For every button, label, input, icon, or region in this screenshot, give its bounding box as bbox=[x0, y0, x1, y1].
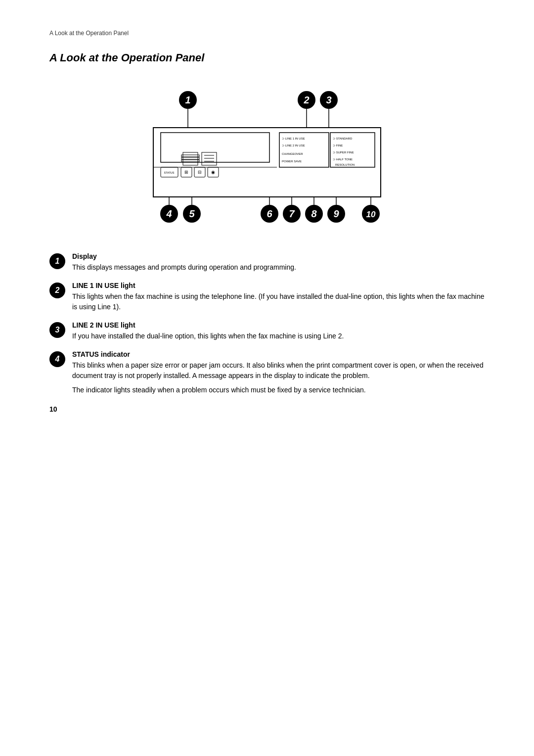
svg-text:3: 3 bbox=[326, 94, 331, 105]
svg-text:⊟: ⊟ bbox=[198, 170, 202, 175]
item-content-4: STATUS indicator This blinks when a pape… bbox=[72, 350, 485, 395]
svg-rect-33 bbox=[181, 160, 199, 162]
svg-text:STATUS: STATUS bbox=[164, 171, 175, 174]
item-desc-3: If you have installed the dual-line opti… bbox=[72, 331, 485, 341]
svg-text:⊃ FINE: ⊃ FINE bbox=[333, 144, 343, 147]
svg-text:⊃ SUPER FINE: ⊃ SUPER FINE bbox=[333, 151, 354, 154]
item-badge-2: 2 bbox=[49, 283, 65, 298]
diagram-container: 1 2 3 ⊃ LINE 1 IN USE ⊃ LINE 2 IN USE CH… bbox=[49, 79, 485, 237]
list-item: 1 Display This displays messages and pro… bbox=[49, 252, 485, 273]
svg-rect-31 bbox=[181, 155, 199, 157]
item-desc-4a: This blinks when a paper size error or p… bbox=[72, 360, 485, 381]
svg-rect-34 bbox=[202, 152, 217, 165]
svg-text:⊞: ⊞ bbox=[184, 170, 188, 175]
list-item: 3 LINE 2 IN USE light If you have instal… bbox=[49, 321, 485, 341]
svg-text:CHANGEOVER: CHANGEOVER bbox=[282, 152, 303, 155]
list-item: 2 LINE 1 IN USE light This lights when t… bbox=[49, 282, 485, 312]
svg-text:◉: ◉ bbox=[211, 170, 215, 175]
item-title-3: LINE 2 IN USE light bbox=[72, 321, 485, 329]
item-desc-2: This lights when the fax machine is usin… bbox=[72, 291, 485, 312]
item-desc-1: This displays messages and prompts durin… bbox=[72, 262, 485, 273]
svg-text:7: 7 bbox=[289, 208, 295, 219]
item-title-1: Display bbox=[72, 252, 485, 260]
svg-text:8: 8 bbox=[311, 208, 317, 219]
item-badge-4: 4 bbox=[49, 351, 65, 367]
svg-text:⊃ HALF TONE: ⊃ HALF TONE bbox=[333, 158, 353, 161]
list-item: 4 STATUS indicator This blinks when a pa… bbox=[49, 350, 485, 395]
item-list: 1 Display This displays messages and pro… bbox=[49, 252, 485, 395]
svg-text:⊃ LINE 1 IN USE: ⊃ LINE 1 IN USE bbox=[282, 137, 305, 140]
page-title: A Look at the Operation Panel bbox=[49, 51, 485, 64]
svg-text:6: 6 bbox=[267, 208, 272, 219]
svg-text:POWER SAVE: POWER SAVE bbox=[282, 160, 302, 163]
item-badge-1: 1 bbox=[49, 253, 65, 269]
svg-text:5: 5 bbox=[189, 208, 195, 219]
item-badge-3: 3 bbox=[49, 322, 65, 338]
item-title-4: STATUS indicator bbox=[72, 350, 485, 358]
item-desc-4b: The indicator lights steadily when a pro… bbox=[72, 385, 485, 395]
svg-rect-32 bbox=[181, 157, 199, 159]
svg-text:4: 4 bbox=[166, 208, 172, 219]
svg-text:1: 1 bbox=[185, 94, 190, 105]
svg-text:2: 2 bbox=[303, 94, 309, 105]
page-number: 10 bbox=[49, 405, 485, 413]
operation-panel-diagram: 1 2 3 ⊃ LINE 1 IN USE ⊃ LINE 2 IN USE CH… bbox=[124, 79, 410, 237]
svg-text:RESOLUTION: RESOLUTION bbox=[335, 163, 355, 166]
item-title-2: LINE 1 IN USE light bbox=[72, 282, 485, 289]
svg-text:⊃ LINE 2 IN USE: ⊃ LINE 2 IN USE bbox=[282, 144, 305, 147]
item-content-1: Display This displays messages and promp… bbox=[72, 252, 485, 273]
item-content-3: LINE 2 IN USE light If you have installe… bbox=[72, 321, 485, 341]
item-content-2: LINE 1 IN USE light This lights when the… bbox=[72, 282, 485, 312]
svg-rect-30 bbox=[183, 152, 198, 165]
svg-text:10: 10 bbox=[366, 210, 376, 219]
breadcrumb: A Look at the Operation Panel bbox=[49, 30, 485, 37]
svg-text:⊃ STANDARD: ⊃ STANDARD bbox=[333, 137, 353, 140]
svg-rect-10 bbox=[161, 133, 269, 162]
svg-text:9: 9 bbox=[333, 208, 339, 219]
